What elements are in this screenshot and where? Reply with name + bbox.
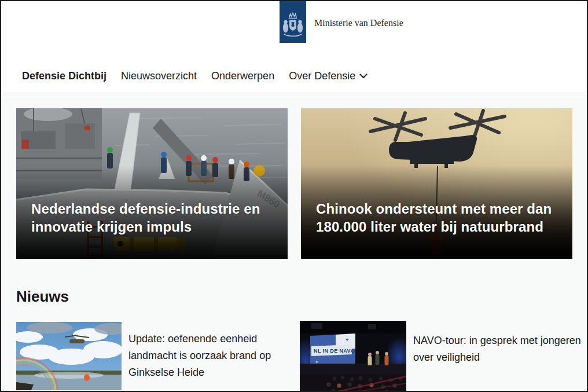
projection-screen: NL IN DE NAVO ✦ ✦	[310, 334, 355, 367]
hero-gradient-overlay	[16, 108, 288, 259]
news-title: Update: oefenende eenheid landmacht is o…	[128, 331, 274, 381]
browser-viewport: Ministerie van Defensie Defensie Dichtbi…	[1, 1, 587, 391]
hero-card-defensie-industrie[interactable]: M860	[16, 108, 288, 259]
chinook-rainbow-illustration	[16, 322, 122, 390]
nav-item-onderwerpen[interactable]: Onderwerpen	[211, 70, 274, 82]
news-thumbnail	[16, 322, 122, 390]
stage-figures	[368, 351, 389, 365]
main-nav: Defensie Dichtbij Nieuwsoverzicht Onderw…	[22, 65, 368, 87]
hero-card-chinook-natuurbrand[interactable]: Chinook ondersteunt met meer dan 180.000…	[301, 108, 572, 259]
theater-stage-illustration: NL IN DE NAVO ✦ ✦	[300, 321, 406, 391]
news-item-ginkselse-heide[interactable]: Update: oefenende eenheid landmacht is o…	[16, 322, 274, 390]
nav-item-over-defensie[interactable]: Over Defensie	[289, 70, 368, 82]
nav-item-defensie-dichtbij[interactable]: Defensie Dichtbij	[22, 70, 106, 82]
royal-crest-icon	[282, 12, 304, 39]
svg-text:NL IN DE NAVO: NL IN DE NAVO	[314, 348, 355, 354]
nav-label: Nieuwsoverzicht	[121, 70, 197, 82]
nav-label: Over Defensie	[289, 70, 355, 82]
hero-title: Nederlandse defensie-industrie en innova…	[31, 200, 277, 236]
main-content: M860	[1, 93, 587, 391]
nav-label: Onderwerpen	[211, 70, 274, 82]
chevron-down-icon	[359, 74, 368, 79]
nav-label: Defensie Dichtbij	[22, 70, 106, 82]
rijksoverheid-logo[interactable]	[280, 1, 306, 43]
news-thumbnail: NL IN DE NAVO ✦ ✦	[300, 321, 406, 391]
hero-gradient-overlay	[301, 108, 572, 259]
news-title: NAVO-tour: in gesprek met jongeren over …	[413, 332, 582, 366]
hero-title: Chinook ondersteunt met meer dan 180.000…	[316, 200, 562, 236]
nav-item-nieuwsoverzicht[interactable]: Nieuwsoverzicht	[121, 70, 197, 82]
ministry-wordmark: Ministerie van Defensie	[314, 18, 403, 28]
svg-text:✦: ✦	[345, 337, 350, 343]
news-section-heading: Nieuws	[16, 288, 69, 306]
news-item-navo-tour[interactable]: NL IN DE NAVO ✦ ✦	[300, 321, 582, 391]
